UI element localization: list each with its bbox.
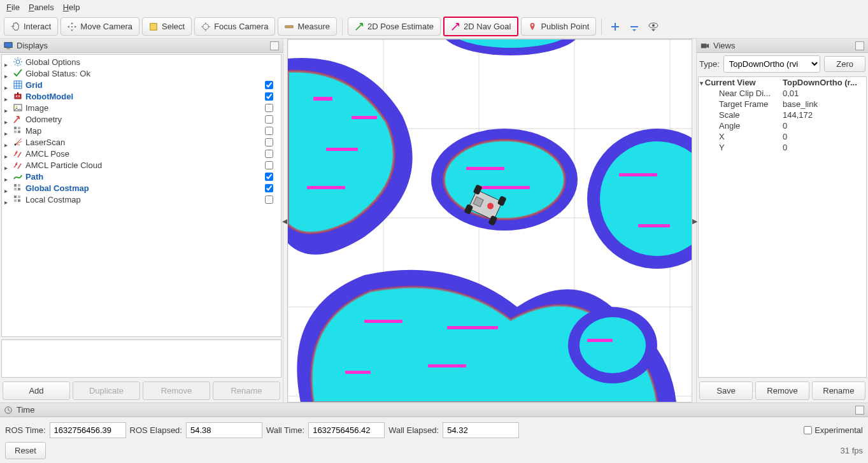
select-button[interactable]: Select xyxy=(142,17,192,36)
displays-header: Displays xyxy=(0,39,283,53)
measure-label: Measure xyxy=(297,22,330,31)
view-property-list[interactable]: Current View TopDownOrtho (r... Near Cli… xyxy=(698,76,867,378)
minus-icon[interactable] xyxy=(626,18,643,35)
rename-view-button[interactable]: Rename xyxy=(812,381,865,400)
expander-icon[interactable] xyxy=(4,128,10,134)
svg-rect-53 xyxy=(619,173,657,176)
menu-file[interactable]: File xyxy=(6,3,20,12)
display-item-path[interactable]: Path xyxy=(2,171,281,182)
viewport-3d[interactable] xyxy=(287,39,692,402)
measure-button[interactable]: Measure xyxy=(278,17,337,36)
display-item-global-status-ok[interactable]: Global Status: Ok xyxy=(2,68,281,79)
ros-time-input[interactable] xyxy=(50,422,126,438)
ros-elapsed-input[interactable] xyxy=(186,422,262,438)
collapse-right-icon[interactable]: ▶ xyxy=(692,217,697,225)
expander-icon[interactable] xyxy=(4,174,10,180)
amcl-icon xyxy=(13,160,23,170)
display-item-label: RobotModel xyxy=(25,92,262,101)
publish-point-button[interactable]: Publish Point xyxy=(521,17,596,36)
expander-icon[interactable] xyxy=(4,117,10,122)
display-item-checkbox[interactable] xyxy=(265,115,273,124)
svg-rect-20 xyxy=(14,184,17,187)
wall-time-input[interactable] xyxy=(308,422,385,438)
display-item-checkbox[interactable] xyxy=(265,127,273,135)
display-item-checkbox[interactable] xyxy=(265,138,273,146)
expander-icon[interactable] xyxy=(4,71,10,76)
display-item-checkbox[interactable] xyxy=(265,104,273,112)
expander-icon[interactable] xyxy=(4,197,10,203)
focus-camera-button[interactable]: Focus Camera xyxy=(194,17,275,36)
panel-float-toggle[interactable] xyxy=(855,406,864,415)
remove-view-button[interactable]: Remove xyxy=(755,381,809,400)
zero-button[interactable]: Zero xyxy=(824,56,865,72)
svg-rect-50 xyxy=(307,186,345,189)
display-item-image[interactable]: Image xyxy=(2,102,281,113)
expander-icon[interactable] xyxy=(4,105,10,111)
path-icon xyxy=(13,171,23,182)
view-prop-key: Y xyxy=(699,143,781,152)
display-item-laserscan[interactable]: LaserScan xyxy=(2,136,281,148)
experimental-checkbox[interactable]: Experimental xyxy=(804,425,863,435)
display-item-checkbox[interactable] xyxy=(265,150,273,158)
view-prop-row[interactable]: Near Clip Di...0,01 xyxy=(699,88,866,99)
views-header: Views xyxy=(697,39,868,53)
main-area: Displays Global OptionsGlobal Status: Ok… xyxy=(0,39,868,402)
expander-icon[interactable] xyxy=(4,139,10,145)
plus-icon[interactable] xyxy=(607,18,623,35)
display-item-odometry[interactable]: Odometry xyxy=(2,113,281,125)
nav-goal-button[interactable]: 2D Nav Goal xyxy=(443,17,518,36)
view-prop-row[interactable]: Scale144,172 xyxy=(699,110,866,120)
pose-estimate-button[interactable]: 2D Pose Estimate xyxy=(348,17,441,36)
display-item-local-costmap[interactable]: Local Costmap xyxy=(2,194,281,205)
display-item-amcl-particle-cloud[interactable]: AMCL Particle Cloud xyxy=(2,159,281,171)
display-item-global-options[interactable]: Global Options xyxy=(2,56,281,68)
view-prop-row[interactable]: Y0 xyxy=(699,142,866,153)
panel-float-toggle[interactable] xyxy=(270,41,279,50)
display-item-checkbox[interactable] xyxy=(265,81,273,89)
expander-icon[interactable] xyxy=(4,185,10,191)
display-item-robotmodel[interactable]: RobotModel xyxy=(2,90,281,102)
view-prop-key: Target Frame xyxy=(699,99,781,109)
time-footer: Reset 31 fps xyxy=(0,439,868,463)
wall-elapsed-input[interactable] xyxy=(443,422,519,438)
display-item-global-costmap[interactable]: Global Costmap xyxy=(2,182,281,194)
display-item-checkbox[interactable] xyxy=(265,161,273,169)
menu-panels[interactable]: Panels xyxy=(29,3,54,12)
view-prop-key: Angle xyxy=(699,121,781,131)
collapse-left-icon[interactable]: ◀ xyxy=(282,217,287,225)
expander-icon[interactable] xyxy=(4,94,10,99)
menu-help[interactable]: Help xyxy=(63,3,80,12)
expander-icon[interactable] xyxy=(4,59,10,65)
displays-tree[interactable]: Global OptionsGlobal Status: OkGridRobot… xyxy=(1,54,281,337)
display-item-map[interactable]: Map xyxy=(2,125,281,136)
svg-rect-48 xyxy=(352,116,377,119)
display-item-checkbox[interactable] xyxy=(265,92,273,101)
menubar: File Panels Help xyxy=(0,0,868,15)
display-item-checkbox[interactable] xyxy=(265,184,273,192)
save-view-button[interactable]: Save xyxy=(699,381,753,400)
reset-button[interactable]: Reset xyxy=(5,442,46,459)
expander-icon[interactable] xyxy=(4,151,10,157)
move-camera-button[interactable]: Move Camera xyxy=(60,17,139,36)
experimental-input[interactable] xyxy=(804,426,812,434)
display-item-label: Global Options xyxy=(25,57,278,67)
eye-icon[interactable] xyxy=(645,18,662,35)
display-item-label: LaserScan xyxy=(25,138,262,147)
display-item-checkbox[interactable] xyxy=(265,173,273,181)
display-item-grid[interactable]: Grid xyxy=(2,79,281,90)
robot-icon xyxy=(13,91,23,101)
expander-icon[interactable] xyxy=(4,82,10,88)
interact-button[interactable]: Interact xyxy=(4,17,58,36)
add-button[interactable]: Add xyxy=(3,381,70,400)
view-type-select[interactable]: TopDownOrtho (rvi xyxy=(723,55,820,73)
panel-float-toggle[interactable] xyxy=(855,41,864,50)
current-view-row[interactable]: Current View TopDownOrtho (r... xyxy=(699,77,866,88)
view-prop-value: base_link xyxy=(781,99,866,109)
display-item-checkbox[interactable] xyxy=(265,196,273,204)
view-prop-row[interactable]: X0 xyxy=(699,131,866,142)
display-item-amcl-pose[interactable]: AMCL Pose xyxy=(2,148,281,159)
view-prop-row[interactable]: Target Framebase_link xyxy=(699,99,866,110)
svg-point-1 xyxy=(203,24,209,29)
view-prop-row[interactable]: Angle0 xyxy=(699,120,866,131)
expander-icon[interactable] xyxy=(4,162,10,168)
